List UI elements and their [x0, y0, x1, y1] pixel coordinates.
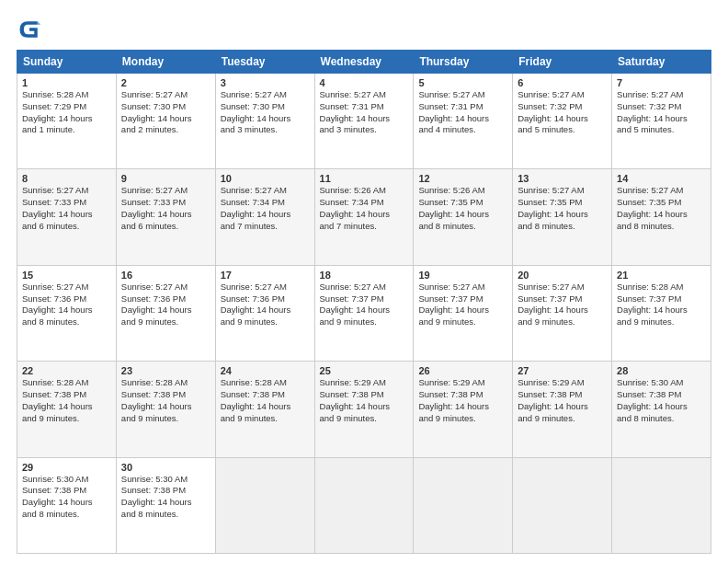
cell-info: Sunrise: 5:28 AM Sunset: 7:38 PM Dayligh…	[22, 377, 111, 424]
sunset-label: Sunset: 7:36 PM	[22, 293, 86, 304]
day-header-wednesday: Wednesday	[314, 51, 414, 74]
daylight-minutes: and 9 minutes.	[617, 316, 674, 327]
day-header-sunday: Sunday	[17, 51, 117, 74]
day-number: 3	[221, 77, 310, 88]
calendar-cell: 27 Sunrise: 5:29 AM Sunset: 7:38 PM Dayl…	[513, 362, 612, 457]
cell-info: Sunrise: 5:27 AM Sunset: 7:33 PM Dayligh…	[121, 185, 210, 232]
cell-info: Sunrise: 5:28 AM Sunset: 7:38 PM Dayligh…	[121, 377, 210, 424]
calendar-cell: 3 Sunrise: 5:27 AM Sunset: 7:30 PM Dayli…	[215, 74, 314, 169]
daylight-minutes: and 9 minutes.	[221, 413, 278, 423]
cell-info: Sunrise: 5:27 AM Sunset: 7:36 PM Dayligh…	[121, 282, 210, 328]
sunset-label: Sunset: 7:37 PM	[418, 293, 483, 304]
daylight-minutes: and 6 minutes.	[22, 221, 79, 231]
day-number: 5	[418, 77, 507, 88]
day-header-thursday: Thursday	[414, 51, 513, 74]
calendar-week-4: 22 Sunrise: 5:28 AM Sunset: 7:38 PM Dayl…	[17, 362, 711, 457]
calendar-cell: 26 Sunrise: 5:29 AM Sunset: 7:38 PM Dayl…	[414, 362, 513, 457]
sunrise-label: Sunrise: 5:27 AM	[320, 282, 386, 292]
calendar-cell: 5 Sunrise: 5:27 AM Sunset: 7:31 PM Dayli…	[414, 74, 513, 169]
sunrise-label: Sunrise: 5:27 AM	[518, 282, 584, 292]
calendar-cell: 17 Sunrise: 5:27 AM Sunset: 7:36 PM Dayl…	[215, 265, 314, 361]
sunrise-label: Sunrise: 5:27 AM	[418, 89, 484, 99]
day-number: 25	[320, 365, 409, 376]
calendar-cell: 9 Sunrise: 5:27 AM Sunset: 7:33 PM Dayli…	[116, 169, 215, 265]
daylight-minutes: and 9 minutes.	[418, 316, 475, 327]
sunset-label: Sunset: 7:30 PM	[221, 101, 285, 111]
cell-info: Sunrise: 5:27 AM Sunset: 7:36 PM Dayligh…	[221, 282, 310, 328]
cell-info: Sunrise: 5:27 AM Sunset: 7:35 PM Dayligh…	[617, 185, 706, 232]
calendar-cell: 16 Sunrise: 5:27 AM Sunset: 7:36 PM Dayl…	[116, 265, 215, 361]
calendar-header-row: SundayMondayTuesdayWednesdayThursdayFrid…	[17, 51, 711, 74]
daylight-label: Daylight: 14 hours	[518, 304, 588, 315]
sunrise-label: Sunrise: 5:29 AM	[418, 377, 484, 387]
sunset-label: Sunset: 7:38 PM	[518, 389, 582, 399]
sunset-label: Sunset: 7:31 PM	[320, 101, 384, 111]
calendar-cell: 25 Sunrise: 5:29 AM Sunset: 7:38 PM Dayl…	[314, 362, 414, 457]
calendar-cell: 2 Sunrise: 5:27 AM Sunset: 7:30 PM Dayli…	[116, 74, 215, 169]
cell-info: Sunrise: 5:26 AM Sunset: 7:34 PM Dayligh…	[320, 185, 409, 232]
daylight-label: Daylight: 14 hours	[617, 304, 688, 315]
sunrise-label: Sunrise: 5:27 AM	[121, 185, 188, 195]
calendar-cell: 10 Sunrise: 5:27 AM Sunset: 7:34 PM Dayl…	[215, 169, 314, 265]
calendar-cell: 19 Sunrise: 5:27 AM Sunset: 7:37 PM Dayl…	[414, 265, 513, 361]
daylight-label: Daylight: 14 hours	[418, 209, 489, 219]
day-number: 21	[617, 270, 706, 281]
calendar-cell: 1 Sunrise: 5:28 AM Sunset: 7:29 PM Dayli…	[17, 74, 117, 169]
calendar-cell: 15 Sunrise: 5:27 AM Sunset: 7:36 PM Dayl…	[17, 265, 117, 361]
day-header-saturday: Saturday	[612, 51, 711, 74]
calendar-cell: 13 Sunrise: 5:27 AM Sunset: 7:35 PM Dayl…	[513, 169, 612, 265]
day-number: 17	[221, 270, 310, 281]
sunrise-label: Sunrise: 5:28 AM	[617, 282, 683, 292]
daylight-label: Daylight: 14 hours	[418, 113, 489, 123]
day-number: 12	[418, 173, 507, 184]
daylight-minutes: and 7 minutes.	[320, 221, 377, 231]
calendar-cell: 28 Sunrise: 5:30 AM Sunset: 7:38 PM Dayl…	[612, 362, 711, 457]
daylight-minutes: and 8 minutes.	[22, 509, 79, 519]
calendar-week-3: 15 Sunrise: 5:27 AM Sunset: 7:36 PM Dayl…	[17, 265, 711, 361]
daylight-minutes: and 8 minutes.	[518, 221, 574, 231]
cell-info: Sunrise: 5:27 AM Sunset: 7:31 PM Dayligh…	[320, 89, 409, 136]
day-number: 10	[221, 173, 310, 184]
sunrise-label: Sunrise: 5:27 AM	[418, 282, 484, 292]
sunset-label: Sunset: 7:36 PM	[121, 293, 186, 304]
day-number: 29	[22, 462, 111, 473]
day-number: 27	[518, 365, 607, 376]
cell-info: Sunrise: 5:27 AM Sunset: 7:37 PM Dayligh…	[518, 282, 607, 328]
sunset-label: Sunset: 7:38 PM	[221, 389, 285, 399]
daylight-label: Daylight: 14 hours	[22, 304, 93, 315]
sunrise-label: Sunrise: 5:28 AM	[22, 89, 88, 99]
daylight-minutes: and 9 minutes.	[418, 413, 475, 423]
cell-info: Sunrise: 5:27 AM Sunset: 7:37 PM Dayligh…	[418, 282, 507, 328]
sunrise-label: Sunrise: 5:27 AM	[518, 89, 584, 99]
sunrise-label: Sunrise: 5:28 AM	[221, 377, 287, 387]
daylight-minutes: and 8 minutes.	[121, 509, 178, 519]
day-number: 11	[320, 173, 409, 184]
sunrise-label: Sunrise: 5:30 AM	[617, 377, 683, 387]
calendar-cell: 18 Sunrise: 5:27 AM Sunset: 7:37 PM Dayl…	[314, 265, 414, 361]
sunrise-label: Sunrise: 5:26 AM	[418, 185, 484, 195]
daylight-label: Daylight: 14 hours	[320, 113, 391, 123]
cell-info: Sunrise: 5:27 AM Sunset: 7:35 PM Dayligh…	[518, 185, 607, 232]
daylight-label: Daylight: 14 hours	[617, 209, 688, 219]
day-number: 7	[617, 77, 706, 88]
daylight-label: Daylight: 14 hours	[22, 113, 93, 123]
day-number: 4	[320, 77, 409, 88]
day-number: 8	[22, 173, 111, 184]
day-number: 26	[418, 365, 507, 376]
daylight-minutes: and 6 minutes.	[121, 221, 178, 231]
day-header-monday: Monday	[116, 51, 215, 74]
sunrise-label: Sunrise: 5:30 AM	[22, 474, 88, 484]
daylight-label: Daylight: 14 hours	[320, 401, 391, 411]
sunset-label: Sunset: 7:34 PM	[320, 197, 384, 207]
cell-info: Sunrise: 5:29 AM Sunset: 7:38 PM Dayligh…	[418, 377, 507, 424]
sunrise-label: Sunrise: 5:27 AM	[121, 282, 188, 292]
sunset-label: Sunset: 7:29 PM	[22, 101, 86, 111]
cell-info: Sunrise: 5:30 AM Sunset: 7:38 PM Dayligh…	[22, 474, 111, 521]
day-number: 16	[121, 270, 210, 281]
calendar-cell: 21 Sunrise: 5:28 AM Sunset: 7:37 PM Dayl…	[612, 265, 711, 361]
sunset-label: Sunset: 7:35 PM	[418, 197, 483, 207]
daylight-label: Daylight: 14 hours	[121, 401, 192, 411]
daylight-minutes: and 9 minutes.	[320, 316, 377, 327]
day-number: 24	[221, 365, 310, 376]
daylight-label: Daylight: 14 hours	[121, 209, 192, 219]
